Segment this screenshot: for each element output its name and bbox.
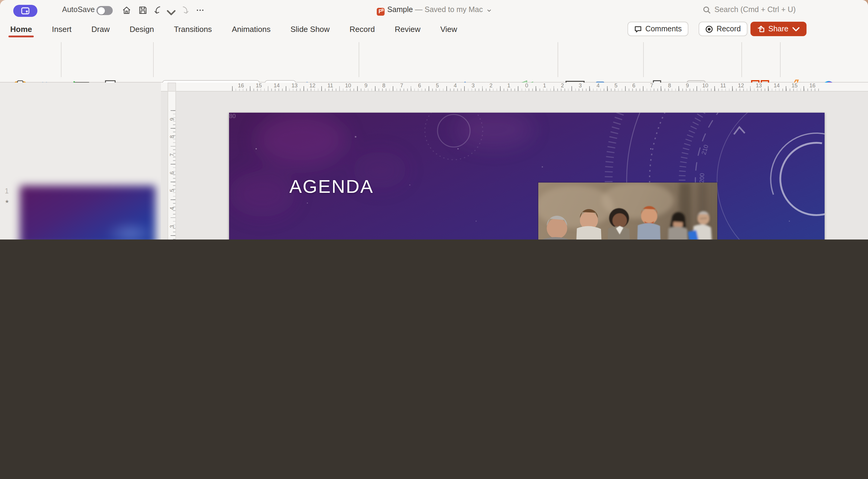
ribbon-tab[interactable]: Transitions bbox=[173, 24, 213, 35]
horizontal-ruler: 1615141312111098765432101234567891011121… bbox=[161, 83, 868, 92]
slide-bullet-list[interactable]: •Introduction to Business Growth•Key Cha… bbox=[268, 237, 456, 240]
dial-number: 200 bbox=[698, 172, 705, 183]
slide-canvas[interactable]: 2102001901401301201101009080 AGENDA •Int… bbox=[229, 113, 824, 240]
ruler-corner bbox=[167, 83, 176, 92]
bullet-item[interactable]: •Introduction to Business Growth bbox=[268, 237, 456, 240]
photo-illustration bbox=[538, 182, 717, 240]
record-button[interactable]: Record bbox=[698, 22, 747, 36]
document-name: Sample bbox=[387, 5, 413, 14]
titlebar: AutoSave PSample — Saved to my Mac Searc… bbox=[0, 0, 868, 21]
group-divider bbox=[643, 42, 644, 77]
ribbon-tab[interactable]: Draw bbox=[91, 24, 110, 35]
search-icon bbox=[703, 6, 711, 13]
group-divider bbox=[153, 42, 154, 77]
group-divider bbox=[741, 42, 742, 77]
ribbon-tab[interactable]: Slide Show bbox=[290, 24, 330, 35]
animation-star-icon: ★ bbox=[5, 199, 9, 204]
share-menu-chevron-icon bbox=[792, 25, 800, 33]
ribbon-tab[interactable]: View bbox=[440, 24, 458, 35]
dial-number: 210 bbox=[701, 144, 710, 155]
ribbon-tab[interactable]: Home bbox=[10, 24, 33, 35]
slide-thumbnail[interactable]: 1 ★ bbox=[0, 186, 161, 240]
slide-number: 1 bbox=[5, 187, 9, 195]
ribbon-tab[interactable]: Review bbox=[394, 24, 421, 35]
ribbon-tab[interactable]: Animations bbox=[231, 24, 271, 35]
ribbon-tabs: HomeInsertDrawDesignTransitionsAnimation… bbox=[10, 21, 458, 37]
powerpoint-app-icon: P bbox=[376, 8, 384, 16]
comments-button-label: Comments bbox=[645, 25, 682, 33]
title-menu-chevron-icon bbox=[487, 9, 492, 12]
vertical-ruler: 9876543210123456789 bbox=[167, 92, 176, 240]
share-button-label: Share bbox=[768, 25, 788, 33]
powerpoint-window: AutoSave PSample — Saved to my Mac Searc… bbox=[0, 0, 868, 240]
slide-photo-candidates[interactable] bbox=[538, 182, 717, 240]
group-divider bbox=[359, 42, 359, 77]
slide-thumbnail-panel: 1 ★ 2 ★ 3 ★ 4 ★ 5 ★ bbox=[0, 83, 161, 240]
thumbnail-image bbox=[20, 186, 156, 240]
search-placeholder: Search (Cmd + Ctrl + U) bbox=[714, 5, 796, 14]
share-button[interactable]: Share bbox=[750, 22, 807, 36]
ribbon-tabs-row: HomeInsertDrawDesignTransitionsAnimation… bbox=[0, 21, 868, 37]
search-field[interactable]: Search (Cmd + Ctrl + U) bbox=[703, 5, 796, 14]
slide-title[interactable]: AGENDA bbox=[289, 175, 374, 197]
record-icon bbox=[705, 25, 713, 33]
ribbon-tab[interactable]: Insert bbox=[51, 24, 72, 35]
comment-bubble-icon bbox=[634, 25, 642, 33]
dial-number: 80 bbox=[229, 113, 236, 119]
group-divider bbox=[61, 42, 61, 77]
comments-button[interactable]: Comments bbox=[627, 22, 688, 36]
record-button-label: Record bbox=[716, 25, 741, 33]
group-divider bbox=[558, 42, 558, 77]
save-location-label: — Saved to my Mac bbox=[415, 5, 483, 14]
desktop: AutoSave PSample — Saved to my Mac Searc… bbox=[0, 0, 868, 240]
ribbon-home: Paste New Slide Layout Reset Sec bbox=[0, 37, 868, 83]
editor-canvas: 1615141312111098765432101234567891011121… bbox=[161, 83, 868, 240]
share-icon bbox=[757, 25, 765, 33]
ribbon-tab[interactable]: Design bbox=[129, 24, 155, 35]
group-divider bbox=[780, 42, 781, 77]
ribbon-tab[interactable]: Record bbox=[349, 24, 375, 35]
